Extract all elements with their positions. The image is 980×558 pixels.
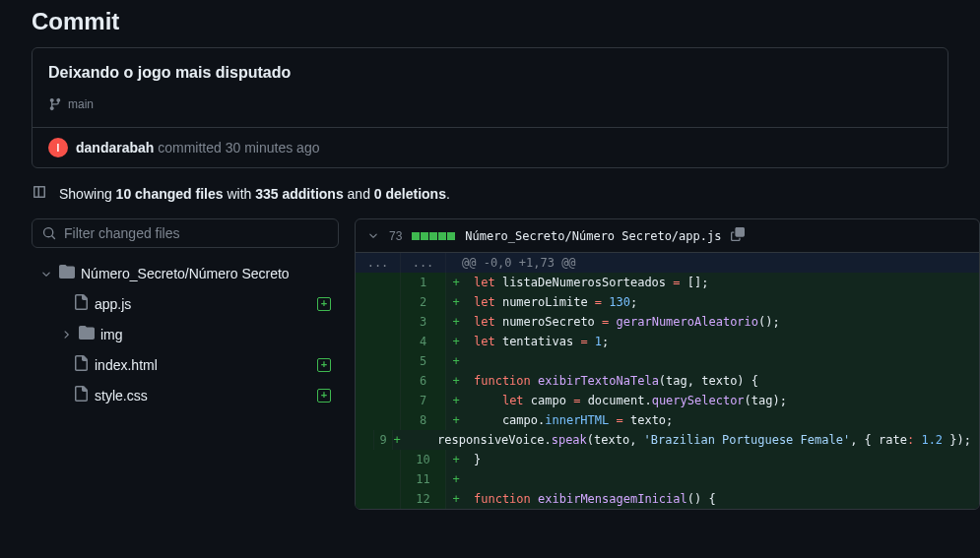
folder-icon bbox=[59, 264, 75, 282]
git-branch-icon bbox=[48, 97, 62, 111]
code-text bbox=[466, 351, 482, 371]
gutter-new: 1 bbox=[401, 273, 446, 292]
gutter-old bbox=[356, 292, 401, 312]
summary-files: 10 changed files bbox=[116, 186, 224, 202]
diff-sign: + bbox=[446, 351, 466, 371]
diff-sign: + bbox=[446, 450, 466, 469]
gutter-new: 2 bbox=[401, 292, 446, 312]
code-text: function exibirMensagemInicial() { bbox=[466, 489, 724, 509]
gutter-new: 3 bbox=[401, 312, 446, 332]
branch-row: main bbox=[33, 97, 947, 127]
tree-file[interactable]: index.html bbox=[32, 349, 339, 380]
avatar[interactable]: I bbox=[48, 138, 68, 157]
gutter-old bbox=[356, 410, 401, 430]
diff-file-path[interactable]: Número_Secreto/Número Secreto/app.js bbox=[465, 229, 721, 243]
diff-sign: + bbox=[446, 332, 466, 351]
code-line: 2+let numeroLimite = 130; bbox=[356, 292, 979, 312]
diff-sign: + bbox=[446, 292, 466, 312]
search-icon bbox=[42, 226, 56, 240]
code-line: 9+ responsiveVoice.speak(texto, 'Brazili… bbox=[356, 430, 979, 450]
code-line: 12+function exibirMensagemInicial() { bbox=[356, 489, 979, 509]
summary-suffix: . bbox=[446, 186, 450, 202]
branch-name[interactable]: main bbox=[68, 97, 94, 111]
gutter-old bbox=[356, 312, 401, 332]
expand-icon[interactable]: ... bbox=[401, 253, 446, 273]
diff-sign: + bbox=[446, 489, 466, 509]
summary-additions: 335 additions bbox=[255, 186, 343, 202]
file-icon bbox=[73, 294, 89, 313]
tree-item-label: style.css bbox=[95, 388, 311, 403]
diff-sign: + bbox=[446, 371, 466, 391]
diff-summary: Showing 10 changed files with 335 additi… bbox=[0, 184, 980, 218]
diff-sign: + bbox=[446, 273, 466, 292]
code-line: 5+ bbox=[356, 351, 979, 371]
summary-mid2: and bbox=[344, 186, 374, 202]
summary-prefix: Showing bbox=[59, 186, 116, 202]
commit-action: committed bbox=[154, 140, 225, 155]
chevron-right-icon bbox=[59, 329, 73, 341]
gutter-new: 10 bbox=[401, 450, 446, 469]
filter-box[interactable] bbox=[32, 218, 339, 248]
folder-icon bbox=[79, 325, 95, 343]
tree-file[interactable]: app.js bbox=[32, 288, 339, 319]
gutter-new: 12 bbox=[401, 489, 446, 509]
gutter-new: 8 bbox=[401, 410, 446, 430]
added-badge-icon bbox=[317, 389, 331, 403]
page-title: Commit bbox=[0, 0, 980, 47]
tree-item-label: index.html bbox=[95, 357, 311, 373]
gutter-old bbox=[356, 371, 401, 391]
diff-sign: + bbox=[446, 469, 466, 489]
gutter-new: 11 bbox=[401, 469, 446, 489]
code-text: function exibirTextoNaTela(tag, texto) { bbox=[466, 371, 766, 391]
tree-item-label: app.js bbox=[95, 296, 311, 312]
diff-sign: + bbox=[446, 410, 466, 430]
filter-input[interactable] bbox=[64, 225, 328, 241]
file-icon bbox=[73, 386, 89, 404]
gutter-old bbox=[356, 351, 401, 371]
code-text: let tentativas = 1; bbox=[466, 332, 617, 351]
gutter-old bbox=[356, 450, 401, 469]
tree-folder-root[interactable]: Número_Secreto/Número Secreto bbox=[32, 258, 339, 288]
code-line: 1+let listaDeNumerosSorteados = []; bbox=[356, 273, 979, 292]
hunk-text: @@ -0,0 +1,73 @@ bbox=[446, 253, 592, 273]
code-line: 10+} bbox=[356, 450, 979, 469]
added-badge-icon bbox=[317, 358, 331, 372]
diff-header: 73 Número_Secreto/Número Secreto/app.js bbox=[356, 219, 979, 253]
gutter-new: 5 bbox=[401, 351, 446, 371]
sidebar-toggle-icon[interactable] bbox=[32, 184, 47, 203]
diff-pane: 73 Número_Secreto/Número Secreto/app.js … bbox=[355, 218, 980, 510]
diff-sign: + bbox=[446, 391, 466, 410]
file-icon bbox=[73, 355, 89, 374]
diff-sign: + bbox=[393, 430, 401, 450]
summary-deletions: 0 deletions bbox=[374, 186, 446, 202]
expand-icon[interactable]: ... bbox=[356, 253, 401, 273]
gutter-old bbox=[356, 430, 374, 450]
code-line: 7+ let campo = document.querySelector(ta… bbox=[356, 391, 979, 410]
diff-line-count: 73 bbox=[389, 229, 402, 243]
code-line: 4+let tentativas = 1; bbox=[356, 332, 979, 351]
tree-folder-label: Número_Secreto/Número Secreto bbox=[81, 266, 331, 281]
commit-header: Deixando o jogo mais disputado main I da… bbox=[32, 47, 948, 168]
code-text: let numeroLimite = 130; bbox=[466, 292, 645, 312]
code-text: let listaDeNumerosSorteados = []; bbox=[466, 273, 716, 292]
tree-folder[interactable]: img bbox=[32, 319, 339, 349]
gutter-old bbox=[356, 489, 401, 509]
gutter-old bbox=[356, 273, 401, 292]
code-text: let numeroSecreto = gerarNumeroAleatorio… bbox=[466, 312, 788, 332]
author-row: I dandarabah committed 30 minutes ago bbox=[33, 127, 947, 167]
author-name[interactable]: dandarabah bbox=[76, 140, 154, 155]
gutter-new: 6 bbox=[401, 371, 446, 391]
code-text bbox=[466, 469, 482, 489]
diff-stat-squares bbox=[412, 232, 455, 240]
code-line: 3+let numeroSecreto = gerarNumeroAleator… bbox=[356, 312, 979, 332]
file-tree-sidebar: Número_Secreto/Número Secreto app.jsimgi… bbox=[32, 218, 339, 510]
gutter-old bbox=[356, 469, 401, 489]
tree-file[interactable]: style.css bbox=[32, 380, 339, 410]
added-badge-icon bbox=[317, 297, 331, 311]
code-line: 8+ campo.innerHTML = texto; bbox=[356, 410, 979, 430]
gutter-new: 7 bbox=[401, 391, 446, 410]
tree-item-label: img bbox=[100, 327, 331, 342]
chevron-down-icon[interactable] bbox=[367, 228, 379, 244]
code-text: responsiveVoice.speak(texto, 'Brazilian … bbox=[401, 430, 979, 450]
copy-path-button[interactable] bbox=[731, 227, 745, 244]
